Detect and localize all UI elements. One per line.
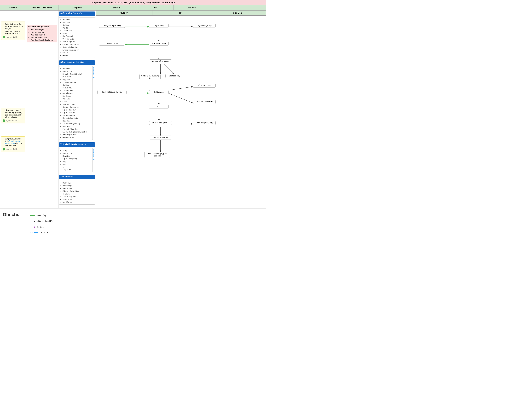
node-danh-gia: Đánh giá kết quả thử việc [97, 90, 127, 94]
node-nhan-ns: Nhận nhân sự mới [149, 42, 169, 45]
base-table-4-header: Thời khóa biểu [59, 175, 95, 179]
page-wrapper: Templates_HRM-HRIS-01-2024_UML_Quản lý n… [0, 0, 266, 239]
note1-author: Nguyễn Hữu Hải [3, 36, 24, 38]
bt1-title: Quản lý hồ sơ ứng tuyển [60, 12, 94, 14]
db-item-1: Phân theo công việc [31, 29, 56, 31]
dashboard-list: Phân theo công việc Phân theo giới tính … [28, 29, 56, 42]
dashboard-box: Phân tích data giáo viên Phân theo công … [27, 25, 57, 43]
node-cap-nhat: Cập nhật hồ sơ nhân sự [149, 59, 172, 63]
legend-green-arrow: ⟶ [30, 213, 35, 217]
node-tkb: Thời khóa biểu giảng dạy [149, 121, 172, 125]
author-icon-2 [3, 119, 5, 122]
col-header-4: Quản lý [96, 5, 138, 10]
bt2-lookup: Lookup theo mã [93, 67, 95, 78]
note1-list: Thông tin ứng viên được lưu tại đây với … [3, 23, 24, 35]
dashboard-arrow-area: Phân tích data giáo viên Phân theo công … [27, 25, 57, 43]
dashboard-col: Phân tích data giáo viên Phân theo công … [26, 11, 58, 208]
legend-black-arrow: ⟶ [30, 219, 35, 223]
base-table-4-content: Mã lớp học Mã khóa học Mã giáo viên Mã g… [59, 181, 95, 205]
base-table-1-wrapper: Quản lý hồ sơ ứng tuyển Họ và tên Ngày s… [59, 12, 95, 58]
svg-line-8 [169, 87, 193, 90]
base-table-3-header: Tính số giờ dạy cho giáo viên [59, 142, 95, 147]
base-table-1-header: Quản lý hồ sơ ứng tuyển [59, 12, 95, 16]
note2-author: Nguyễn Hữu Hải [3, 119, 24, 122]
legend-purple-arrow: ⟶ [30, 225, 35, 229]
node-gui-tb: Gửi thông báo đến trung tâm [139, 74, 161, 80]
flow-col-hdr-4: Quản lý [96, 11, 152, 15]
bt2-title: Hồ sơ giáo viên + Trợ giảng [60, 61, 94, 63]
legend-blue-dash: - - ⟶ Tham khảo [30, 231, 262, 234]
base-table-2-wrapper: Hồ sơ giáo viên + Trợ giảng Họ và tên Mã… [59, 60, 95, 142]
bt4-title: Thời khóa biểu [60, 176, 94, 178]
base-table-3-wrapper: Tính số giờ dạy cho giáo viên Tháng Mã g… [59, 142, 95, 175]
legend-title: Ghi chú [1, 211, 27, 237]
flow-col-hdr-5: HR [152, 11, 209, 15]
node-ung-vien: Ứng viên nhận việc [193, 24, 216, 28]
col-header-5: HR [138, 5, 173, 10]
dashboard-title: Phân tích data giáo viên [28, 26, 56, 28]
note3-author: Nguyễn Hữu Hải [3, 148, 24, 150]
col-header-6: Giáo viên [173, 5, 209, 10]
note1-item1: Thông tin ứng viên được lưu tại đây với … [5, 23, 24, 30]
column-headers: Ghi chú Báo cáo - Dashboard Bảng Base Qu… [0, 5, 266, 11]
base-col: Quản lý hồ sơ ứng tuyển Họ và tên Ngày s… [58, 11, 96, 208]
note3-item1: Bảng này được đồng bộ từ file Templates_… [5, 138, 24, 147]
sticky-note-3: Bảng này được đồng bộ từ file Templates_… [1, 136, 25, 152]
note3-list: Bảng này được đồng bộ từ file Templates_… [3, 138, 24, 147]
note2-list: Bảng thống kê số buổi dạy cho từng giáo … [3, 109, 24, 118]
flow-col-hdr-6: Giáo viên [209, 11, 266, 15]
db-item-2: Phân theo giới tính [31, 31, 56, 34]
db-item-4: Phân theo địa phương [31, 36, 56, 39]
col-header-3: Bảng Base [58, 5, 96, 10]
node-thong-bao: Thông báo tuyển dụng [99, 24, 125, 28]
sticky-note-2: Bảng thống kê số buổi dạy cho từng giáo … [1, 108, 25, 124]
flow-area: Quản lý HR Giáo viên Thông báo tuyển dụn… [96, 11, 266, 208]
sticky-note-1: Thông tin ứng viên được lưu tại đây với … [1, 22, 25, 40]
page-title: Templates_HRM-HRIS-01-2024_UML_Quản lý n… [0, 0, 266, 5]
base-table-3-content: Tháng Mã giáo viên Họ và tên Lớp học tro… [59, 148, 93, 172]
bt3-list: Tháng Mã giáo viên Họ và tên Lớp học tro… [61, 149, 91, 171]
bt1-list: Họ và tên Ngày sinh Giới tính Địa chỉ Số… [61, 18, 93, 57]
base-table-4-wrapper: Thời khóa biểu Mã lớp học Mã khóa học Mã… [59, 175, 95, 205]
bt4-list: Mã lớp học Mã khóa học Mã giáo viên Mã g… [61, 182, 93, 204]
flow-col-headers: Quản lý HR Giáo viên [96, 11, 266, 16]
node-tinh-so-gio: Tính số giờ giảng dạy cho giáo viên [144, 152, 170, 158]
col-header-1: Ghi chú [0, 5, 26, 10]
ghi-chu-col: Thông tin ứng viên được lưu tại đây với … [0, 11, 26, 208]
base-table-1-content: Họ và tên Ngày sinh Giới tính Địa chỉ Số… [59, 17, 95, 58]
node-cham-cong: Chấm công giảng dạy [193, 121, 216, 125]
note2-item1: Bảng thống kê số buổi dạy cho từng giáo … [5, 109, 24, 118]
note1-item2: Thông tin ứng viên sẽ được lưu trữ dài h… [5, 30, 24, 35]
footer: Ghi chú ⟶ Hành động ⟶ Nhân sự thực hiện … [0, 208, 266, 239]
node-hdld: HDLĐ [149, 105, 169, 109]
node-ghi-nhan: Ghi nhận thông tin [149, 136, 172, 139]
col-header-2: Báo cáo - Dashboard [26, 5, 58, 10]
node-dao-tao: Đào tạo Policy [165, 74, 183, 78]
svg-line-6 [164, 64, 173, 74]
bt2-with-lookup: Họ và tên Mã giáo viên Bí danh - tên viế… [59, 66, 95, 142]
bt2-list: Họ và tên Mã giáo viên Bí danh - tên viế… [61, 67, 91, 139]
legend-green: ⟶ Hành động [30, 213, 262, 217]
node-training: Training, đào tạo [99, 42, 125, 45]
base-table-2-content: Họ và tên Mã giáo viên Bí danh - tên viế… [59, 66, 93, 140]
db-item-3: Phân theo quốc tịch [31, 34, 56, 36]
svg-line-9 [169, 93, 193, 103]
legend-black: ⟶ Nhân sự thực hiện [30, 219, 262, 223]
author-icon-3 [3, 148, 5, 150]
bt3-title: Tính số giờ dạy cho giáo viên [60, 143, 94, 145]
legend-items: ⟶ Hành động ⟶ Nhân sự thực hiện ⟶ Tự độn… [27, 211, 265, 237]
note3-link[interactable]: Templates_SAL-RPO-01-2024 [5, 140, 21, 144]
legend-blue-arrow: - - ⟶ [30, 231, 38, 234]
node-gui-tt: Gửi thông tin [149, 90, 169, 94]
bt3-with-lookup: Tháng Mã giáo viên Họ và tên Lớp học tro… [59, 148, 95, 175]
node-email-offer: Email offer chính thức [193, 100, 216, 104]
legend-purple: ⟶ Tự động [30, 225, 262, 229]
node-gui-email-tuchoi: Gửi Email từ chối [193, 84, 216, 88]
flow-diagram: Thông báo tuyển dụng Tuyển dụng Ứng viên… [96, 16, 266, 170]
bt3-lookup: Lookup theo mã [93, 149, 95, 160]
base-table-2-header: Hồ sơ giáo viên + Trợ giảng [59, 60, 95, 65]
db-item-5: Phân theo trình độ chuyên môn [31, 39, 56, 42]
node-tuyen-dung: Tuyển dụng [149, 24, 169, 28]
author-icon-1 [3, 36, 5, 38]
